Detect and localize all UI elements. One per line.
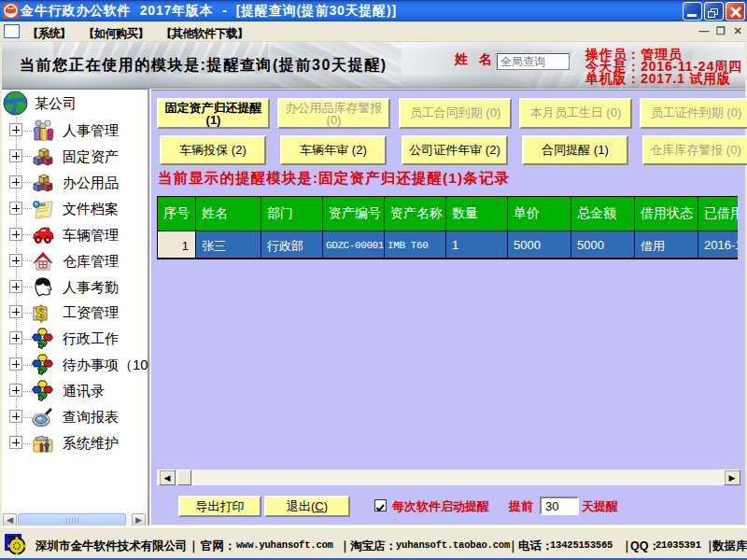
svg-text:$: $ [35,301,47,324]
